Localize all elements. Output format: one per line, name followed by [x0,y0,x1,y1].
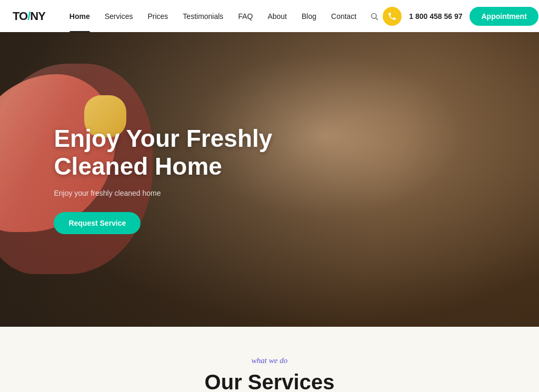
services-tagline: what we do [0,356,539,365]
phone-icon-wrap [383,7,402,26]
hero-title: Enjoy Your Freshly Cleaned Home [54,125,275,180]
appointment-button[interactable]: Appointment [470,7,538,26]
nav-testimonials[interactable]: Testimonials [175,0,231,32]
phone-number: 1 800 458 56 97 [409,12,462,21]
nav-about[interactable]: About [260,0,294,32]
services-section: what we do Our Services 🧹 🫧 🪣 🧺 [0,327,539,392]
nav-services[interactable]: Services [97,0,141,32]
logo-text1: TO [13,9,27,23]
logo[interactable]: TO/NY [13,9,45,23]
nav-blog[interactable]: Blog [294,0,324,32]
navbar: TO/NY Home Services Prices Testimonials … [0,0,539,32]
logo-text2: NY [30,9,45,23]
search-icon [370,12,378,21]
nav-contact[interactable]: Contact [324,0,364,32]
search-button[interactable] [366,0,383,32]
svg-point-0 [372,13,376,18]
request-service-button[interactable]: Request Service [54,212,141,234]
nav-faq[interactable]: FAQ [231,0,260,32]
services-title: Our Services [0,370,539,392]
hero-subtitle: Enjoy your freshly cleaned home [54,189,275,197]
nav-home[interactable]: Home [62,0,97,32]
svg-line-1 [376,18,378,20]
nav-right: 1 800 458 56 97 Appointment [383,7,538,26]
hero-content: Enjoy Your Freshly Cleaned Home Enjoy yo… [54,125,275,234]
nav-prices[interactable]: Prices [140,0,175,32]
phone-icon [387,12,397,21]
nav-links: Home Services Prices Testimonials FAQ Ab… [62,0,383,32]
hero-section: Enjoy Your Freshly Cleaned Home Enjoy yo… [0,32,539,327]
